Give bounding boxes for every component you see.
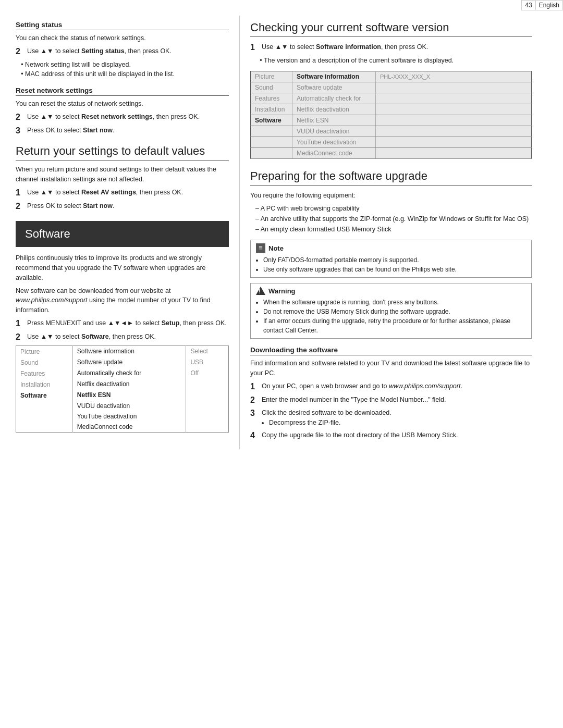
table-row: VUDU deactivation (251, 126, 532, 137)
table-row: MediaConnect code (251, 147, 532, 158)
value-cell (376, 147, 532, 158)
table-row: Installation Netflix deactivation (16, 379, 229, 390)
step1-bold: Setup (162, 319, 180, 327)
step1-bold: Reset AV settings (81, 189, 136, 196)
dl-step2: 2 Enter the model number in the "Type th… (250, 395, 532, 406)
setting-status-body: You can check the status of network sett… (16, 33, 229, 43)
item-cell: Netflix ESN (292, 115, 376, 126)
bullet-item: Network setting list will be displayed. (25, 60, 229, 70)
note-icon: ≡ (256, 243, 265, 253)
step-num: 2 (250, 395, 262, 406)
dl-step1-text: On your PC, open a web browser and go to (262, 382, 387, 390)
nav-arrows: ▲▼ (275, 43, 288, 51)
cat-cell: Installation (251, 104, 292, 115)
table-row: MediaConnect code (16, 422, 229, 433)
step1-content: Use ▲▼ to select Software information, t… (262, 42, 532, 52)
nav-arrows: ▲▼ (41, 113, 54, 120)
step4-content: Copy the upgrade file to the root direct… (262, 430, 532, 440)
step3-bold: Start now (83, 127, 113, 134)
value-cell (186, 379, 229, 390)
step1-content: Use ▲▼ to select Reset AV settings, then… (27, 188, 229, 198)
value-cell: Off (186, 368, 229, 379)
warning-label: Warning (268, 287, 296, 295)
return-step1: 1 Use ▲▼ to select Reset AV settings, th… (16, 188, 229, 199)
nav-arrows: ▲▼ (41, 47, 54, 55)
item-cell: VUDU deactivation (292, 126, 376, 137)
step-num: 2 (16, 201, 27, 212)
dash-item: A PC with web browsing capability (255, 203, 532, 214)
cat-cell (251, 137, 292, 147)
item-cell: Software update (292, 82, 376, 93)
return-step2: 2 Press OK to select Start now. (16, 201, 229, 212)
cat-cell: Software (16, 390, 73, 401)
nav-arrows: ▲▼◄► (108, 319, 134, 327)
step-num: 4 (250, 430, 262, 441)
table-row: Sound Software update (251, 82, 532, 93)
reset-step2: 2 Use ▲▼ to select Reset network setting… (16, 112, 229, 123)
step-num: 1 (16, 318, 27, 329)
value-cell (376, 93, 532, 104)
step3-sub-item: Decompress the ZIP-file. (269, 418, 532, 428)
step-num: 3 (250, 408, 262, 419)
bullet-item: MAC address of this unit will be display… (25, 69, 229, 79)
nav-arrows: ▲▼ (41, 333, 54, 340)
note-label: Note (268, 244, 284, 252)
reset-network-body: You can reset the status of network sett… (16, 99, 229, 109)
software-banner: Software (16, 221, 229, 247)
warning-list: When the software upgrade is running, do… (263, 298, 526, 335)
return-heading: Return your settings to default values (16, 144, 229, 161)
warning-box: Warning When the software upgrade is run… (250, 283, 532, 339)
table-row: YouTube deactivation (251, 137, 532, 147)
table-row: Picture Software information PHL-XXXX_XX… (251, 71, 532, 82)
note-list: Only FAT/DOS-formatted portable memory i… (263, 255, 526, 274)
table-row: Software Netflix ESN (16, 390, 229, 401)
return-body: When you return picture and sound settin… (16, 165, 229, 184)
downloading-intro: Find information and software related to… (250, 359, 532, 378)
step-num: 1 (250, 42, 262, 53)
item-cell: MediaConnect code (72, 422, 186, 433)
page-language: English (536, 1, 562, 10)
page-number: 43 (522, 1, 535, 10)
software-download-note: New software can be downloaded from our … (16, 286, 229, 315)
cat-cell: Picture (16, 346, 73, 357)
dl-step4: 4 Copy the upgrade file to the root dire… (250, 430, 532, 441)
step1-content: Press MENU/EXIT and use ▲▼◄► to select S… (27, 318, 229, 328)
table-row: Picture Software information Select (16, 346, 229, 357)
item-cell: Netflix ESN (72, 390, 186, 401)
step-num: 1 (16, 188, 27, 199)
page-badge: 43 English (521, 0, 563, 10)
warning-triangle-icon (256, 287, 265, 295)
step2-content: Use ▲▼ to select Reset network settings,… (27, 112, 229, 122)
cat-cell: Software (251, 115, 292, 126)
dl-step3: 3 Click the desired software to be downl… (250, 408, 532, 428)
right-menu-table: Picture Software information PHL-XXXX_XX… (250, 71, 532, 159)
value-cell (376, 115, 532, 126)
note-header: ≡ Note (256, 243, 526, 253)
item-cell: Netflix deactivation (72, 379, 186, 390)
item-cell: Software information (72, 346, 186, 357)
note-box: ≡ Note Only FAT/DOS-formatted portable m… (250, 240, 532, 278)
reset-step3: 3 Press OK to select Start now. (16, 126, 229, 137)
item-cell: YouTube deactivation (72, 411, 186, 422)
cat-cell (16, 401, 73, 411)
step-num: 2 (16, 46, 27, 57)
step-num: 2 (16, 332, 27, 343)
cat-cell: Installation (16, 379, 73, 390)
table-row: Sound Software update USB (16, 357, 229, 368)
software-intro: Philips continuously tries to improve it… (16, 253, 229, 282)
value-cell (376, 82, 532, 93)
step1-content: On your PC, open a web browser and go to… (262, 381, 532, 391)
cat-cell (16, 411, 73, 422)
value-cell: Select (186, 346, 229, 357)
step2-content: Enter the model number in the "Type the … (262, 395, 532, 405)
step-num: 2 (16, 112, 27, 123)
preparing-dashes: A PC with web browsing capability An arc… (255, 203, 532, 235)
warning-item: When the software upgrade is running, do… (263, 298, 526, 307)
value-cell (186, 390, 229, 401)
item-cell: YouTube deactivation (292, 137, 376, 147)
dash-item: An empty clean formatted USB Memory Stic… (255, 224, 532, 235)
check-step1: 1 Use ▲▼ to select Software information,… (250, 42, 532, 53)
value-cell (186, 401, 229, 411)
table-row: VUDU deactivation (16, 401, 229, 411)
step2-bold: Start now (83, 202, 113, 209)
